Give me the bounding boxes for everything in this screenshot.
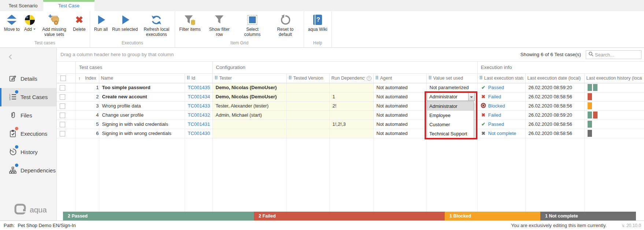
row-checkbox[interactable] — [60, 113, 65, 118]
column-header-label: Tested Version — [293, 76, 323, 81]
notification-badge — [15, 145, 18, 149]
id-link[interactable]: TC001434 — [188, 94, 210, 99]
ribbon-button-show-filter-row[interactable]: Show filter row — [203, 12, 236, 37]
band-label: Test cases — [79, 65, 103, 70]
sidebar-item-details[interactable]: Details — [0, 70, 56, 88]
column-header-last-execution-date-local[interactable]: Last execution date (local) — [525, 73, 584, 83]
sidebar-item-test-cases[interactable]: 123Test Cases — [0, 88, 56, 106]
ribbon-button-aqua-wiki[interactable]: ?aqua Wiki — [306, 12, 330, 32]
dropdown-option-administrator[interactable]: Administrator — [427, 102, 474, 111]
ribbon-button-delete[interactable]: ✖Delete — [71, 12, 88, 32]
dropdown-option-customer[interactable]: Customer — [427, 120, 474, 129]
ribbon-tab-bar: Test ScenarioTest Case — [0, 0, 644, 11]
sidebar-item-history[interactable]: History — [0, 143, 56, 161]
row-checkbox[interactable] — [60, 122, 65, 127]
sidebar-nav: Details123Test CasesFilesExecutionsHisto… — [0, 70, 56, 180]
combobox-dropdown-button[interactable] — [468, 93, 474, 101]
tester-cell: Admin, Michael (start) — [212, 110, 286, 120]
status-link[interactable]: Not complete — [488, 131, 517, 136]
column-header-label: Index — [85, 76, 96, 81]
summary-segment-2-failed: 2 Failed — [254, 212, 445, 220]
ribbon-group-executions: Run allRun selectedRefresh local executi… — [90, 11, 175, 47]
id-link[interactable]: TC001433 — [188, 103, 210, 109]
test-case-grid: Drag a column header here to group by th… — [57, 48, 644, 220]
id-link[interactable]: TC001431 — [188, 121, 210, 127]
grid-table: Test casesConfigurationExecution info↑In… — [57, 62, 644, 212]
sidebar-item-label: Files — [21, 112, 32, 118]
column-header-value-set-used[interactable]: Value set used — [426, 73, 477, 83]
run-dependency-cell: 1!,2!,3 — [329, 120, 373, 129]
aqua-logo: aqua — [14, 204, 47, 216]
notification-badge — [15, 164, 18, 167]
tab-test-case[interactable]: Test Case — [43, 0, 95, 11]
column-header-label: Last execution statu... — [484, 76, 523, 81]
refresh-icon — [151, 13, 162, 27]
tested-version-cell — [286, 83, 329, 92]
status-cell: ✔Passed — [477, 120, 525, 129]
value-set-combobox[interactable]: Administrator — [427, 92, 475, 101]
id-link[interactable]: TC001432 — [188, 112, 210, 118]
ribbon-button-label: Run all — [94, 27, 108, 32]
tested-version-cell — [286, 92, 329, 101]
history-square-gray — [588, 130, 592, 137]
notification-badge — [15, 127, 18, 130]
ribbon-button-label: Add — [24, 27, 36, 32]
column-header-id[interactable]: Id — [185, 73, 212, 83]
ribbon-button-filter-items[interactable]: Filter items — [177, 12, 203, 32]
history-cell — [584, 120, 644, 129]
column-header-tested-version[interactable]: Tested Version — [286, 73, 329, 83]
help-icon: ? — [367, 76, 371, 81]
row-checkbox[interactable] — [60, 131, 65, 136]
id-link[interactable]: TC001430 — [188, 131, 210, 136]
filter-dots-icon — [215, 76, 218, 81]
column-header-index[interactable]: ↑Index — [75, 73, 99, 83]
sidebar-item-label: Dependencies — [21, 167, 56, 174]
row-checkbox[interactable] — [60, 85, 65, 91]
column-header-last-execution-statu[interactable]: Last execution statu... — [477, 73, 525, 83]
ribbon-button-run-selected[interactable]: Run selected — [110, 12, 140, 32]
collapse-sidebar-button[interactable] — [7, 54, 15, 61]
ribbon-button-reset-to-default[interactable]: Reset to default — [269, 12, 302, 37]
column-header-tester[interactable]: Tester — [212, 73, 286, 83]
status-link[interactable]: Passed — [488, 121, 504, 127]
ribbon-button-select-columns[interactable]: Select columns — [236, 12, 269, 37]
tab-test-scenario[interactable]: Test Scenario — [3, 0, 43, 11]
ribbon-button-label: Run selected — [112, 27, 138, 32]
ribbon-button-label: Select columns — [238, 27, 267, 37]
version-label: v. 20.10.0 — [622, 223, 641, 228]
dropdown-option-employee[interactable]: Employee — [427, 111, 474, 120]
column-header-agent[interactable]: Agent — [373, 73, 426, 83]
status-link[interactable]: Passed — [488, 85, 504, 90]
column-header-label: Last execution date (local) — [528, 76, 581, 81]
search-input[interactable] — [595, 52, 641, 58]
status-link[interactable]: Failed — [488, 94, 501, 99]
ribbon-button-add-missing-value-sets[interactable]: Add missing value sets — [38, 12, 71, 37]
tab-label: Test Scenario — [9, 3, 38, 8]
sidebar-item-files[interactable]: Files — [0, 106, 56, 125]
sidebar-item-dependencies[interactable]: Dependencies — [0, 161, 56, 180]
date-cell: 26.02.2020 08:59:20 — [525, 110, 584, 120]
ribbon-button-label: aqua Wiki — [308, 27, 327, 32]
select-all-checkbox[interactable] — [60, 76, 66, 81]
showing-count: Showing 6 of 6 Test case(s) — [520, 52, 581, 57]
chevron-down-icon — [470, 96, 473, 99]
status-link[interactable]: Blocked — [488, 103, 505, 109]
ribbon-button-run-all[interactable]: Run all — [92, 12, 110, 32]
ribbon-button-add[interactable]: Add — [22, 12, 38, 32]
dropdown-option-technical-support[interactable]: Technical Support — [427, 129, 474, 138]
run-dependency-cell — [329, 83, 373, 92]
id-link[interactable]: TC001435 — [188, 85, 210, 90]
sidebar-item-executions[interactable]: Executions — [0, 125, 56, 143]
row-checkbox[interactable] — [60, 94, 65, 100]
tested-version-cell — [286, 129, 329, 138]
notification-badge — [15, 90, 18, 94]
column-header-name[interactable]: Name — [99, 73, 185, 83]
column-header-last-execution-history-local[interactable]: Last execution history (local) — [584, 73, 644, 83]
ribbon-button-label: Refresh local executions — [142, 27, 171, 37]
column-header-run-dependency[interactable]: Run Dependency? — [329, 73, 373, 83]
row-checkbox[interactable] — [60, 103, 65, 109]
name-cell: Wrong profile data — [99, 101, 185, 110]
status-link[interactable]: Failed — [488, 112, 501, 118]
ribbon-button-refresh-local-executions[interactable]: Refresh local executions — [140, 12, 173, 37]
ribbon-button-move-to[interactable]: Move to — [2, 12, 22, 32]
